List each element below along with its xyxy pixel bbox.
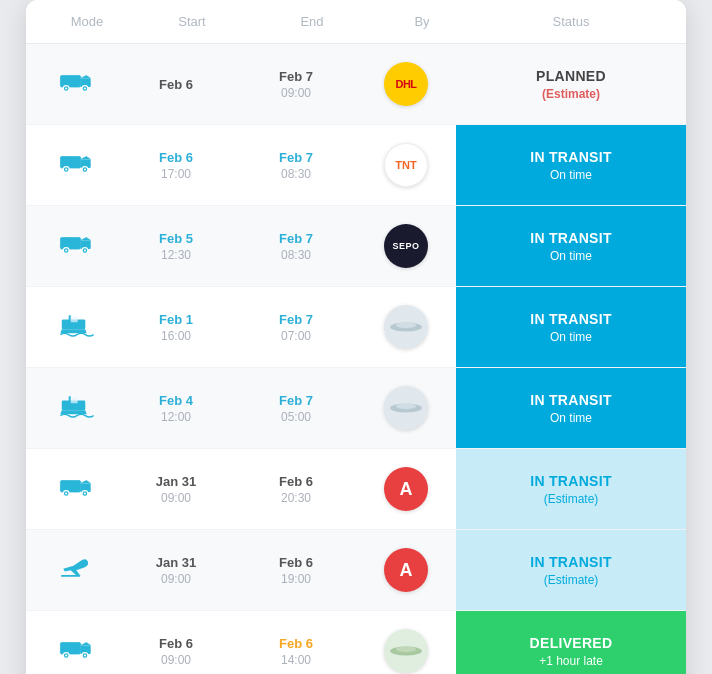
svg-point-5 [84,87,86,89]
start-time: 09:00 [161,491,191,505]
end-date: Feb 7 [279,69,313,84]
status-cell: IN TRANSIT On time [456,287,686,367]
start-date: Feb 5 [159,231,193,246]
status-sub: On time [550,249,592,263]
truck-icon [59,150,95,180]
table-row: Feb 6 09:00 Feb 6 14:00 DELIVERED +1 hou… [26,611,686,674]
end-cell: Feb 6 14:00 [236,626,356,675]
status-main: IN TRANSIT [530,554,612,570]
end-date: Feb 7 [279,312,313,327]
col-end: End [252,14,372,29]
truck-icon [59,231,95,261]
table-row: Feb 6 Feb 7 09:00 DHL PLANNED (Estimate) [26,44,686,125]
end-cell: Feb 7 09:00 [236,59,356,110]
col-mode: Mode [42,14,132,29]
svg-point-38 [84,492,86,494]
start-date: Feb 6 [159,636,193,651]
status-cell: IN TRANSIT (Estimate) [456,530,686,610]
col-status: Status [472,14,670,29]
truck-icon [59,636,95,666]
start-time: 09:00 [161,653,191,667]
mode-cell [26,221,116,271]
table-row: Feb 6 17:00 Feb 7 08:30 TNT IN TRANSIT O… [26,125,686,206]
start-date: Jan 31 [156,555,196,570]
table-row: Feb 5 12:30 Feb 7 08:30 SEPO IN TRANSIT … [26,206,686,287]
svg-point-3 [65,87,67,89]
table-row: Feb 1 16:00 Feb 7 07:00 IN TRANSIT On ti… [26,287,686,368]
col-by: By [372,14,472,29]
start-cell: Jan 31 09:00 [116,545,236,596]
svg-rect-30 [71,398,78,404]
end-time: 08:30 [281,167,311,181]
svg-rect-33 [60,481,80,493]
status-main: IN TRANSIT [530,392,612,408]
truck-icon [59,474,95,504]
svg-rect-29 [69,396,71,406]
start-date: Feb 6 [159,77,193,92]
status-box: IN TRANSIT (Estimate) [456,449,686,529]
shipment-table: Mode Start End By Status Feb 6 Feb 7 09:… [26,0,686,674]
svg-rect-7 [60,157,80,169]
truck-icon [59,69,95,99]
svg-rect-41 [60,643,80,655]
svg-point-36 [65,492,67,494]
mode-cell [26,302,116,352]
start-date: Feb 4 [159,393,193,408]
status-sub: On time [550,411,592,425]
end-time: 19:00 [281,572,311,586]
status-box: IN TRANSIT On time [456,206,686,286]
table-row: Jan 31 09:00 Feb 6 19:00 A IN TRANSIT (E… [26,530,686,611]
status-cell: IN TRANSIT (Estimate) [456,449,686,529]
start-time: 09:00 [161,572,191,586]
status-sub: (Estimate) [544,492,599,506]
end-time: 08:30 [281,248,311,262]
status-cell: IN TRANSIT On time [456,125,686,205]
carrier-cell [356,619,456,674]
status-cell: IN TRANSIT On time [456,206,686,286]
end-date: Feb 6 [279,636,313,651]
end-cell: Feb 6 19:00 [236,545,356,596]
end-time: 20:30 [281,491,311,505]
status-main: DELIVERED [530,635,613,651]
carrier-cell: A [356,538,456,602]
svg-rect-0 [60,76,80,88]
plane-icon [59,555,95,585]
svg-point-49 [396,646,416,652]
end-date: Feb 7 [279,393,313,408]
start-cell: Feb 6 17:00 [116,140,236,191]
start-cell: Feb 1 16:00 [116,302,236,353]
end-date: Feb 7 [279,150,313,165]
table-row: Feb 4 12:00 Feb 7 05:00 IN TRANSIT On ti… [26,368,686,449]
end-time: 05:00 [281,410,311,424]
end-cell: Feb 7 08:30 [236,221,356,272]
carrier-cell: SEPO [356,214,456,278]
start-cell: Feb 6 [116,67,236,102]
mode-cell [26,59,116,109]
status-main: IN TRANSIT [530,473,612,489]
table-body: Feb 6 Feb 7 09:00 DHL PLANNED (Estimate) [26,44,686,674]
start-date: Feb 1 [159,312,193,327]
status-main: PLANNED [536,68,606,84]
carrier-cell: DHL [356,52,456,116]
ship-icon [59,393,95,423]
svg-point-44 [65,654,67,656]
end-time: 07:00 [281,329,311,343]
svg-point-19 [84,249,86,251]
mode-cell [26,464,116,514]
start-time: 16:00 [161,329,191,343]
end-date: Feb 6 [279,555,313,570]
carrier-cell [356,376,456,440]
start-time: 12:30 [161,248,191,262]
end-time: 09:00 [281,86,311,100]
svg-point-26 [396,322,416,328]
end-cell: Feb 7 08:30 [236,140,356,191]
status-sub: On time [550,330,592,344]
svg-rect-14 [60,238,80,250]
status-box: PLANNED (Estimate) [456,44,686,124]
status-cell: PLANNED (Estimate) [456,44,686,124]
svg-point-32 [396,403,416,409]
status-sub: (Estimate) [542,87,600,101]
status-box: IN TRANSIT On time [456,125,686,205]
mode-cell [26,383,116,433]
table-header: Mode Start End By Status [26,0,686,44]
